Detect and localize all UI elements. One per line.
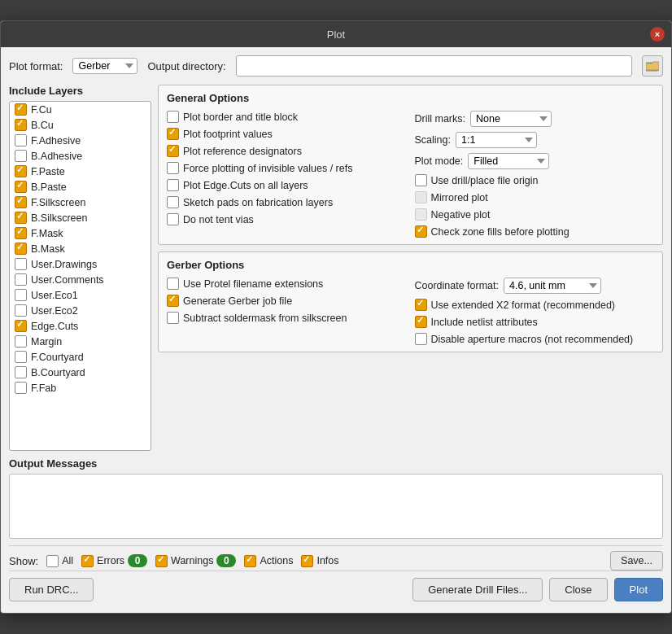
scaling-row: Scaling: 1:1 1:2 2:1 — [415, 132, 655, 148]
show-infos-item: Infos — [301, 555, 338, 567]
use-extended-checkbox[interactable] — [415, 299, 427, 311]
layer-checkbox-usereco2[interactable] — [15, 304, 27, 317]
layer-checkbox-fsilkscreen[interactable] — [15, 196, 27, 208]
layer-checkbox-bcu[interactable] — [15, 119, 27, 131]
layer-item[interactable]: User.Comments — [10, 272, 151, 287]
close-button[interactable]: Close — [549, 578, 607, 601]
generate-drill-button[interactable]: Generate Drill Files... — [412, 578, 543, 601]
option-subtract-soldermask: Subtract soldermask from silkscreen — [167, 312, 407, 324]
general-options-title: General Options — [167, 92, 654, 104]
show-errors-checkbox[interactable] — [81, 555, 94, 567]
layer-label-fcourtyard: F.Courtyard — [31, 352, 84, 363]
plot-format-select[interactable]: Gerber — [72, 58, 137, 74]
output-dir-input[interactable] — [236, 55, 632, 77]
show-actions-checkbox[interactable] — [244, 555, 256, 567]
layer-label-bcourtyard: B.Courtyard — [31, 367, 85, 378]
show-all-checkbox[interactable] — [46, 555, 59, 567]
layer-checkbox-edgecuts[interactable] — [15, 320, 27, 332]
show-warnings-checkbox[interactable] — [155, 555, 168, 567]
use-extended-label: Use extended X2 format (recommended) — [431, 300, 616, 311]
plot-border-checkbox[interactable] — [167, 111, 179, 123]
layer-checkbox-bcourtyard[interactable] — [15, 366, 27, 378]
plot-footprint-label: Plot footprint values — [183, 129, 273, 140]
layer-checkbox-fcourtyard[interactable] — [15, 351, 27, 363]
plot-footprint-checkbox[interactable] — [167, 128, 179, 140]
output-messages-box — [9, 474, 663, 539]
layer-checkbox-userdrawings[interactable] — [15, 258, 27, 270]
layer-checkbox-bpaste[interactable] — [15, 181, 27, 193]
close-button[interactable]: × — [650, 27, 665, 42]
use-protel-checkbox[interactable] — [167, 278, 179, 290]
include-netlist-checkbox[interactable] — [415, 316, 427, 328]
do-not-tent-checkbox[interactable] — [167, 213, 179, 225]
layer-item[interactable]: User.Eco1 — [10, 287, 151, 303]
layer-label-fcu: F.Cu — [31, 104, 52, 116]
layer-checkbox-fcu[interactable] — [15, 103, 27, 116]
layer-item[interactable]: F.Cu — [10, 102, 151, 117]
sketch-pads-checkbox[interactable] — [167, 196, 179, 208]
save-button[interactable]: Save... — [610, 551, 663, 571]
layer-checkbox-fadhesive[interactable] — [15, 134, 27, 146]
layer-item[interactable]: B.Adhesive — [10, 148, 151, 164]
plot-mode-select[interactable]: Filled Sketch — [468, 153, 549, 169]
plot-mode-label: Plot mode: — [415, 155, 464, 167]
layer-checkbox-ffab[interactable] — [15, 382, 27, 394]
layer-checkbox-usereco1[interactable] — [15, 289, 27, 301]
disable-aperture-checkbox[interactable] — [415, 333, 427, 345]
plot-ref-label: Plot reference designators — [183, 146, 302, 157]
title-bar: Plot × — [1, 21, 671, 47]
scaling-label: Scaling: — [415, 134, 451, 146]
use-drill-label: Use drill/place file origin — [431, 175, 539, 186]
layer-checkbox-bsilkscreen[interactable] — [15, 212, 27, 224]
option-negative: Negative plot — [415, 208, 655, 221]
check-zone-checkbox[interactable] — [415, 225, 427, 238]
layer-checkbox-bmask[interactable] — [15, 243, 27, 255]
layer-item[interactable]: B.Silkscreen — [10, 210, 151, 225]
layer-label-fsilkscreen: F.Silkscreen — [31, 197, 85, 208]
browse-folder-button[interactable] — [642, 55, 663, 77]
layer-item[interactable]: F.Adhesive — [10, 133, 151, 148]
right-buttons: Generate Drill Files... Close Plot — [412, 578, 663, 601]
layer-checkbox-badhesive[interactable] — [15, 150, 27, 162]
option-mirrored: Mirrored plot — [415, 191, 655, 203]
layer-checkbox-fmask[interactable] — [15, 227, 27, 239]
plot-ref-checkbox[interactable] — [167, 145, 179, 157]
drill-marks-select[interactable]: None Small Actual size — [470, 111, 552, 127]
scaling-select[interactable]: 1:1 1:2 2:1 — [456, 132, 537, 148]
layer-item[interactable]: F.Paste — [10, 164, 151, 179]
layer-item[interactable]: F.Mask — [10, 225, 151, 241]
layer-item[interactable]: F.Courtyard — [10, 349, 151, 365]
force-plotting-checkbox[interactable] — [167, 162, 179, 174]
layer-item[interactable]: F.Fab — [10, 380, 151, 396]
layer-label-bpaste: B.Paste — [31, 181, 67, 193]
coord-format-select[interactable]: 4.5, unit in 4.6, unit mm — [504, 278, 601, 294]
layer-item[interactable]: User.Drawings — [10, 256, 151, 272]
layer-label-bcu: B.Cu — [31, 120, 54, 131]
plot-edge-cuts-checkbox[interactable] — [167, 179, 179, 191]
plot-button[interactable]: Plot — [614, 578, 663, 601]
right-panel: General Options Plot border and title bl… — [158, 85, 663, 451]
layer-label-ffab: F.Fab — [31, 383, 56, 394]
show-infos-checkbox[interactable] — [301, 555, 313, 567]
layer-item[interactable]: F.Silkscreen — [10, 195, 151, 210]
use-drill-checkbox[interactable] — [415, 174, 427, 186]
layer-checkbox-usercomments[interactable] — [15, 273, 27, 286]
layer-checkbox-fpaste[interactable] — [15, 165, 27, 177]
layer-item[interactable]: User.Eco2 — [10, 303, 151, 318]
layer-item[interactable]: B.Courtyard — [10, 365, 151, 380]
use-protel-label: Use Protel filename extensions — [183, 278, 323, 290]
layer-item[interactable]: B.Mask — [10, 241, 151, 256]
run-drc-button[interactable]: Run DRC... — [9, 578, 94, 601]
layer-checkbox-margin[interactable] — [15, 335, 27, 348]
subtract-soldermask-checkbox[interactable] — [167, 312, 179, 324]
layer-item[interactable]: Margin — [10, 334, 151, 349]
disable-aperture-label: Disable aperture macros (not recommended… — [431, 334, 634, 345]
layer-item[interactable]: B.Paste — [10, 179, 151, 195]
layers-list[interactable]: F.CuB.CuF.AdhesiveB.AdhesiveF.PasteB.Pas… — [9, 101, 151, 451]
sketch-pads-label: Sketch pads on fabrication layers — [183, 197, 333, 208]
layer-item[interactable]: Edge.Cuts — [10, 318, 151, 334]
layer-label-usereco1: User.Eco1 — [31, 290, 78, 301]
layer-item[interactable]: B.Cu — [10, 117, 151, 133]
gen-gerber-checkbox[interactable] — [167, 295, 179, 307]
gerber-right-col: Coordinate format: 4.5, unit in 4.6, uni… — [415, 278, 655, 345]
